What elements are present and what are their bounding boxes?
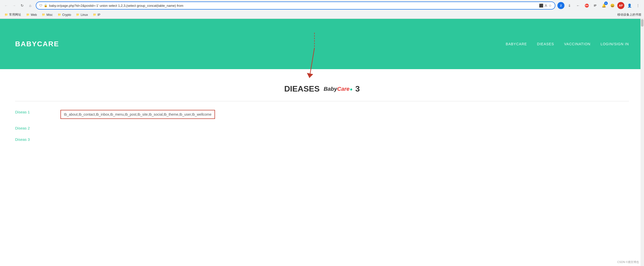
number-badge: 3 xyxy=(355,84,360,94)
folder-icon-misc: 📁 xyxy=(42,13,45,16)
bookmarks-bar: 📁 常用网址 📁 Web 📁 Misc 📁 Crypto 📁 Linux 📁 I… xyxy=(0,11,644,19)
star-icon[interactable]: ☆ xyxy=(549,4,552,8)
bookmark-misc-label: Misc xyxy=(46,13,53,17)
menu-button[interactable]: ⋮ xyxy=(634,2,641,9)
notification-wrapper: 🔔 6 xyxy=(600,2,607,9)
babycare-logo-care: Care xyxy=(337,86,349,92)
babycare-logo-dot xyxy=(350,88,352,91)
site-header: BABYCARE BABYCARE DIEASES VACCINATION LO… xyxy=(0,19,644,69)
disease-list: Diseas 1 tb_about,tb_contact,tb_inbox,tb… xyxy=(15,106,629,145)
bookmark-crypto-label: Crypto xyxy=(62,13,71,17)
home-button[interactable]: ⌂ xyxy=(27,2,34,9)
shield-icon: 🛡 xyxy=(39,4,42,7)
toolbar-right: 2 ⇓ ← ⛔ IP 🔔 6 😄 AP 👤 ⋮ xyxy=(557,2,641,9)
folder-icon-ip: 📁 xyxy=(93,13,96,16)
forward-button[interactable]: → xyxy=(11,2,18,9)
bookmark-linux[interactable]: 📁 Linux xyxy=(74,13,90,17)
ip-button[interactable]: IP xyxy=(592,2,599,9)
avatar-button[interactable]: AP xyxy=(617,2,624,9)
babycare-logo-inline: Baby Care xyxy=(324,86,352,92)
folder-icon-crypto: 📁 xyxy=(58,13,61,16)
bookmark-web-label: Web xyxy=(31,13,37,17)
translate-icon[interactable]: A xyxy=(545,4,547,8)
address-bar-wrapper: 🛡 🔓 ⬛ A ☆ xyxy=(36,2,555,10)
number-badge-btn[interactable]: 2 xyxy=(557,2,564,9)
disease-row-2: Diseas 2 xyxy=(15,122,629,134)
disease-row-3: Diseas 3 xyxy=(15,134,629,145)
site-main: DIEASES Baby Care 3 Diseas 1 tb_about,tb… xyxy=(0,69,644,155)
svg-marker-2 xyxy=(307,73,313,78)
download-button[interactable]: ⇓ xyxy=(566,2,573,9)
bookmark-web[interactable]: 📁 Web xyxy=(24,13,39,17)
nav-vaccination[interactable]: VACCINATION xyxy=(564,42,591,46)
disease-row-1: Diseas 1 tb_about,tb_contact,tb_inbox,tb… xyxy=(15,106,629,122)
badge-wrapper: 2 xyxy=(557,2,564,9)
heading-area: DIEASES Baby Care 3 xyxy=(15,79,629,94)
notification-count: 6 xyxy=(604,2,608,5)
profile-button[interactable]: 👤 xyxy=(626,2,633,9)
scroll-thumb[interactable] xyxy=(641,19,643,27)
back-button[interactable]: ← xyxy=(3,2,10,9)
babycare-logo-baby: Baby xyxy=(324,86,337,92)
folder-icon: 📁 xyxy=(5,13,8,16)
bookmark-crypto[interactable]: 📁 Crypto xyxy=(56,13,73,17)
bookmark-misc[interactable]: 📁 Misc xyxy=(40,13,55,17)
disease-label-3: Diseas 3 xyxy=(15,137,45,142)
folder-icon-web: 📁 xyxy=(26,13,30,16)
disease-label-2: Diseas 2 xyxy=(15,126,45,130)
lock-icon: 🔓 xyxy=(44,4,48,7)
section-divider xyxy=(15,101,629,101)
bookmark-ip[interactable]: 📁 IP xyxy=(91,13,102,17)
block-icon-button[interactable]: ⛔ xyxy=(583,2,590,9)
site-logo: BABYCARE xyxy=(15,40,59,48)
nav-dieases[interactable]: DIEASES xyxy=(537,42,554,46)
website-content: BABYCARE BABYCARE DIEASES VACCINATION LO… xyxy=(0,19,644,155)
reload-button[interactable]: ↻ xyxy=(19,2,26,9)
bookmark-linux-label: Linux xyxy=(81,13,88,17)
bookmark-label: 常用网址 xyxy=(9,13,21,17)
browser-chrome: ← → ↻ ⌂ 🛡 🔓 ⬛ A ☆ 2 ⇓ ← ⛔ IP 🔔 6 😄 xyxy=(0,0,644,19)
bookmark-ip-label: IP xyxy=(97,13,100,17)
browser-toolbar: ← → ↻ ⌂ 🛡 🔓 ⬛ A ☆ 2 ⇓ ← ⛔ IP 🔔 6 😄 xyxy=(0,0,644,11)
annotation-area: DIEASES Baby Care 3 xyxy=(15,79,629,94)
back-arrow-button[interactable]: ← xyxy=(575,2,582,9)
disease-value-1: tb_about,tb_contact,tb_inbox,tb_menu,tb_… xyxy=(60,110,215,119)
folder-icon-linux: 📁 xyxy=(76,13,80,16)
emoji-button[interactable]: 😄 xyxy=(609,2,616,9)
nav-buttons: ← → ↻ ⌂ xyxy=(3,2,34,9)
disease-label-1: Diseas 1 xyxy=(15,110,45,114)
bookmark-常用网址[interactable]: 📁 常用网址 xyxy=(3,12,23,17)
nav-babycare[interactable]: BABYCARE xyxy=(506,42,527,46)
address-input[interactable] xyxy=(49,4,538,8)
dieases-heading: DIEASES xyxy=(284,84,319,94)
nav-login[interactable]: LOGIN/SIGN IN xyxy=(600,42,629,46)
site-nav: BABYCARE DIEASES VACCINATION LOGIN/SIGN … xyxy=(506,42,629,46)
scrollbar[interactable] xyxy=(640,19,644,155)
qr-icon[interactable]: ⬛ xyxy=(539,4,543,8)
mobile-bookmarks[interactable]: 移动设备上的书签 xyxy=(617,13,641,17)
